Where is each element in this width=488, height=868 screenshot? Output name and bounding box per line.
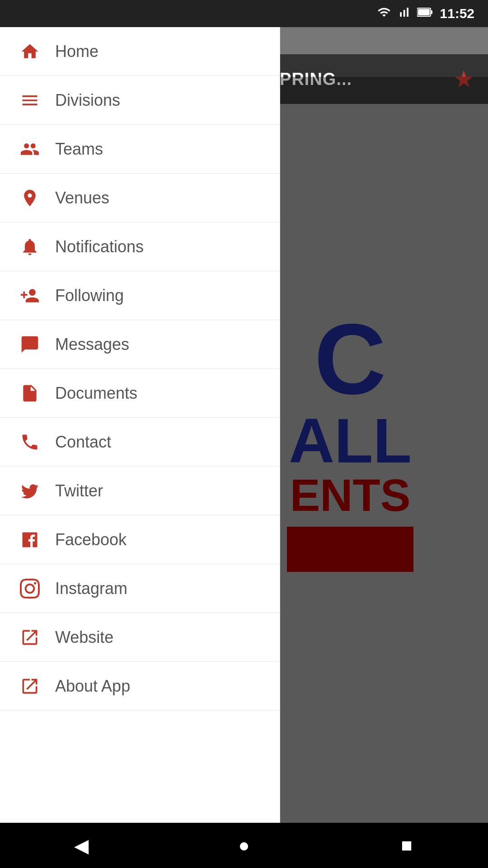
- home-button[interactable]: ●: [226, 827, 262, 863]
- svg-rect-2: [418, 9, 430, 15]
- signal-icon: [397, 5, 411, 22]
- divisions-label: Divisions: [55, 91, 120, 110]
- about-app-label: About App: [55, 677, 130, 696]
- sidebar-item-following[interactable]: Following: [0, 271, 280, 320]
- home-icon: [18, 40, 42, 63]
- sidebar-item-messages[interactable]: Messages: [0, 320, 280, 369]
- instagram-label: Instagram: [55, 579, 127, 598]
- recents-button[interactable]: ■: [389, 827, 425, 863]
- svg-rect-1: [431, 10, 432, 14]
- sidebar-item-notifications[interactable]: Notifications: [0, 222, 280, 271]
- battery-icon: [417, 7, 433, 20]
- sidebar-item-venues[interactable]: Venues: [0, 174, 280, 222]
- sidebar-item-about-app[interactable]: About App: [0, 662, 280, 711]
- sidebar-item-home[interactable]: Home: [0, 27, 280, 76]
- following-label: Following: [55, 286, 124, 305]
- sidebar-item-twitter[interactable]: Twitter: [0, 467, 280, 515]
- sidebar-item-facebook[interactable]: Facebook: [0, 515, 280, 564]
- website-label: Website: [55, 628, 113, 647]
- sidebar-item-divisions[interactable]: Divisions: [0, 76, 280, 125]
- facebook-icon: [18, 528, 42, 552]
- navigation-bar: ◀ ● ■: [0, 823, 488, 868]
- venues-icon: [18, 186, 42, 210]
- sidebar-item-website[interactable]: Website: [0, 613, 280, 662]
- twitter-icon: [18, 479, 42, 503]
- facebook-label: Facebook: [55, 530, 127, 549]
- navigation-drawer: Home Divisions Teams Venues Notification…: [0, 27, 280, 868]
- documents-label: Documents: [55, 384, 137, 403]
- sidebar-item-instagram[interactable]: Instagram: [0, 564, 280, 613]
- sidebar-item-teams[interactable]: Teams: [0, 125, 280, 174]
- notifications-icon: [18, 235, 42, 259]
- about-icon: [18, 675, 42, 698]
- teams-icon: [18, 137, 42, 161]
- status-time: 11:52: [440, 6, 474, 21]
- following-icon: [18, 284, 42, 307]
- contact-label: Contact: [55, 433, 111, 452]
- home-label: Home: [55, 42, 99, 61]
- sidebar-item-documents[interactable]: Documents: [0, 369, 280, 418]
- documents-icon: [18, 382, 42, 405]
- twitter-label: Twitter: [55, 481, 103, 500]
- wifi-icon: [377, 5, 391, 22]
- status-bar: 11:52: [0, 0, 488, 27]
- website-icon: [18, 626, 42, 649]
- sidebar-item-contact[interactable]: Contact: [0, 418, 280, 467]
- contact-icon: [18, 430, 42, 454]
- notifications-label: Notifications: [55, 237, 144, 256]
- venues-label: Venues: [55, 189, 109, 208]
- instagram-icon: [18, 577, 42, 600]
- teams-label: Teams: [55, 140, 103, 159]
- messages-label: Messages: [55, 335, 129, 354]
- divisions-icon: [18, 89, 42, 112]
- messages-icon: [18, 333, 42, 356]
- back-button[interactable]: ◀: [63, 827, 99, 863]
